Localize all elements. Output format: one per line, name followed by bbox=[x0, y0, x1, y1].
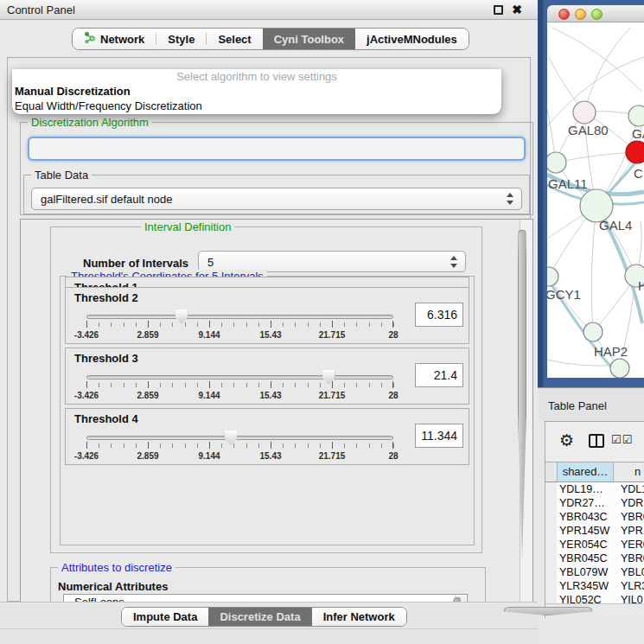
node-top-right[interactable] bbox=[628, 105, 644, 126]
threshold-value-field[interactable] bbox=[415, 303, 463, 327]
threshold-slider[interactable]: -3.426 2.859 9.144 15.43 21.715 28 bbox=[86, 369, 393, 404]
slider-minor-ticks bbox=[86, 322, 394, 327]
dropdown-option-manual[interactable]: Manual Discretization bbox=[12, 84, 501, 99]
table-header: shared… n bbox=[545, 462, 644, 482]
columns-icon[interactable] bbox=[589, 434, 604, 448]
scrollbar-thumb[interactable] bbox=[518, 230, 526, 560]
group-title: Interval Definition bbox=[141, 220, 234, 233]
node-label: GAL80 bbox=[568, 123, 609, 137]
threshold-slider[interactable]: -3.426 2.859 9.144 15.43 21.715 28 bbox=[86, 309, 393, 343]
cell: YBR045C bbox=[559, 552, 608, 565]
table-row[interactable]: YER054CYER0 bbox=[557, 538, 644, 552]
cell: YBR043C bbox=[559, 510, 608, 524]
float-window-icon[interactable] bbox=[494, 5, 503, 15]
table-panel-body: ⚙ ☑☑ shared… n YDL19…YDL1 YDR27…YDR2 YBR… bbox=[545, 421, 644, 618]
cell: YDL19… bbox=[559, 482, 603, 496]
threshold-value-field[interactable] bbox=[415, 363, 463, 387]
algorithm-dropdown-popup: Select algorithm to view settings Manual… bbox=[12, 69, 501, 114]
tick-label: 21.715 bbox=[319, 451, 346, 461]
node-gal11[interactable] bbox=[547, 152, 566, 173]
table-data-combobox[interactable]: galFiltered.sif default node bbox=[31, 188, 522, 210]
horizontal-scrollbar[interactable] bbox=[545, 603, 644, 618]
stepper-arrows-icon bbox=[507, 193, 514, 205]
tick-label: -3.426 bbox=[74, 330, 99, 340]
cyni-outer-panel: Discretization Algorithm Table Data galF… bbox=[7, 57, 531, 602]
node-gcy1[interactable] bbox=[547, 267, 558, 286]
zoom-traffic-light-icon[interactable] bbox=[591, 9, 603, 20]
node-label: GAL11 bbox=[548, 176, 588, 191]
dropdown-option-equal[interactable]: Equal Width/Frequency Discretization bbox=[12, 99, 501, 113]
minimize-traffic-light-icon[interactable] bbox=[575, 9, 586, 20]
combo-value: galFiltered.sif default node bbox=[41, 193, 172, 206]
tab-style-label: Style bbox=[168, 33, 194, 46]
table-row[interactable]: YLR345WYLR3 bbox=[557, 579, 644, 593]
cell: YDR2 bbox=[621, 496, 644, 510]
bottom-tab-bar: Impute Data Discretize Data Infer Networ… bbox=[121, 607, 407, 627]
slider-track[interactable] bbox=[86, 436, 393, 440]
tick-label: 2.859 bbox=[137, 330, 158, 340]
tick-label: 9.144 bbox=[198, 330, 220, 340]
tick-label: 28 bbox=[388, 330, 398, 340]
threshold-label: Threshold 3 bbox=[74, 352, 138, 365]
tab-discretize-label: Discretize Data bbox=[220, 610, 300, 623]
table-panel-title: Table Panel bbox=[548, 399, 607, 412]
column-header-shared[interactable]: shared… bbox=[557, 462, 614, 481]
dropdown-hint: Select algorithm to view settings bbox=[12, 69, 501, 84]
tab-network[interactable]: Network bbox=[73, 29, 156, 49]
table-rows: YDL19…YDL1 YDR27…YDR2 YBR043CYBR0 YPR145… bbox=[557, 482, 644, 607]
close-icon[interactable]: ✖ bbox=[512, 3, 522, 16]
cell: YPR1 bbox=[621, 524, 644, 538]
tick-label: 15.43 bbox=[259, 451, 281, 461]
threshold-label: Threshold 4 bbox=[74, 412, 138, 425]
tick-label: 2.859 bbox=[137, 391, 158, 400]
interval-definition-group: Interval Definition Number of Intervals … bbox=[50, 226, 482, 553]
table-row[interactable]: YDR27…YDR2 bbox=[557, 496, 644, 510]
slider-track[interactable] bbox=[86, 375, 393, 379]
cell: YBR0 bbox=[621, 552, 644, 565]
network-canvas[interactable]: GAL80 GA C GAL11 GAL4 GCY1 H HAP2 bbox=[547, 22, 644, 378]
bottom-tab-strip: Impute Data Discretize Data Infer Networ… bbox=[0, 603, 538, 644]
tab-select[interactable]: Select bbox=[207, 29, 262, 49]
cell: YPR145W bbox=[559, 524, 609, 538]
threshold-slider[interactable]: -3.426 2.859 9.144 15.43 21.715 28 bbox=[86, 430, 393, 464]
node-red[interactable] bbox=[626, 141, 644, 163]
cell: YLR345W bbox=[559, 579, 609, 593]
tab-cyni-toolbox[interactable]: Cyni Toolbox bbox=[263, 29, 355, 49]
threshold-panel: Threshold 3 -3.426 2.859 9.144 15.43 21.… bbox=[65, 348, 469, 405]
group-title: Attributes to discretize bbox=[58, 561, 175, 574]
threshold-label: Threshold 2 bbox=[74, 291, 138, 304]
threshold-value-field[interactable] bbox=[415, 424, 463, 448]
table-toolbar: ⚙ ☑☑ bbox=[545, 422, 644, 462]
close-traffic-light-icon[interactable] bbox=[558, 9, 570, 20]
tab-style[interactable]: Style bbox=[156, 29, 206, 49]
network-icon bbox=[84, 31, 95, 47]
column-header-name[interactable]: n bbox=[615, 462, 644, 481]
table-row[interactable]: YDL19…YDL1 bbox=[557, 482, 644, 496]
gear-icon[interactable]: ⚙ bbox=[559, 430, 574, 450]
tab-discretize-data[interactable]: Discretize Data bbox=[208, 608, 311, 626]
tick-label: 15.43 bbox=[259, 330, 281, 340]
tab-jactivemnodules[interactable]: jActiveMNodules bbox=[355, 29, 469, 49]
checkbox-icons[interactable]: ☑☑ bbox=[611, 433, 633, 446]
tab-impute-data[interactable]: Impute Data bbox=[122, 608, 208, 626]
table-row[interactable]: YBR045CYBR0 bbox=[557, 552, 644, 565]
algorithm-combobox[interactable] bbox=[28, 137, 526, 161]
node-bottom[interactable] bbox=[610, 359, 629, 378]
combo-value: 5 bbox=[207, 255, 214, 268]
group-title: Discretization Algorithm bbox=[28, 116, 152, 129]
number-of-intervals-label: Number of Intervals bbox=[83, 257, 188, 270]
node-hap2[interactable] bbox=[583, 322, 603, 341]
tab-select-label: Select bbox=[218, 33, 251, 46]
tab-infer-network[interactable]: Infer Network bbox=[312, 608, 406, 626]
table-row[interactable]: YPR145WYPR1 bbox=[557, 524, 644, 538]
cell: YLR3 bbox=[621, 579, 644, 593]
vertical-scrollbar[interactable] bbox=[520, 220, 532, 634]
table-row[interactable]: YBL079WYBL0 bbox=[557, 565, 644, 579]
network-window-titlebar[interactable] bbox=[547, 5, 644, 22]
slider-track[interactable] bbox=[86, 315, 393, 319]
cell: YER0 bbox=[621, 538, 644, 552]
node-gal80[interactable] bbox=[573, 101, 596, 124]
table-row[interactable]: YBR043CYBR0 bbox=[557, 510, 644, 524]
top-tab-bar: Network Style Select Cyni Toolbox jActiv… bbox=[72, 28, 469, 50]
node-label: HAP2 bbox=[594, 344, 628, 359]
